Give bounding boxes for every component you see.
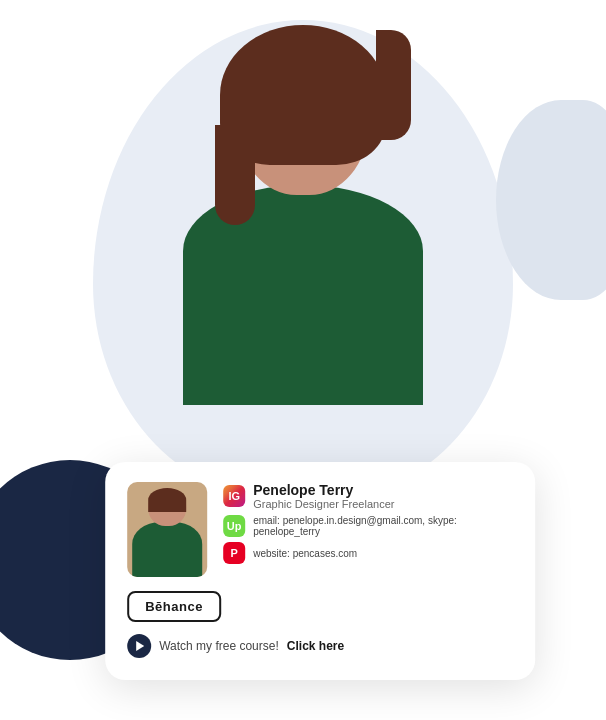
website-row: P website: pencases.com	[223, 542, 513, 564]
name-block: Penelope Terry Graphic Designer Freelanc…	[253, 482, 394, 510]
course-row: Watch my free course! Click here	[127, 634, 513, 658]
person-head	[238, 40, 368, 195]
mini-person	[127, 482, 207, 577]
name-row: IG Penelope Terry Graphic Designer Freel…	[223, 482, 513, 510]
person-hair	[220, 25, 386, 165]
mini-body	[132, 522, 202, 577]
profile-card: IG Penelope Terry Graphic Designer Freel…	[105, 462, 535, 680]
instagram-icon: IG	[223, 485, 245, 507]
mini-head-container	[148, 488, 186, 526]
course-link[interactable]: Click here	[287, 639, 344, 653]
mini-hair	[148, 488, 186, 512]
upwork-icon: Up	[223, 515, 245, 537]
contact-row: Up email: penelope.in.design@gmail.com, …	[223, 515, 513, 537]
person-figure	[143, 20, 463, 520]
card-avatar	[127, 482, 207, 577]
scene: IG Penelope Terry Graphic Designer Freel…	[0, 0, 606, 720]
course-text: Watch my free course!	[159, 639, 279, 653]
card-top: IG Penelope Terry Graphic Designer Freel…	[127, 482, 513, 577]
behance-button[interactable]: Bēhance	[127, 591, 221, 622]
pinterest-icon: P	[223, 542, 245, 564]
person-role: Graphic Designer Freelancer	[253, 498, 394, 510]
play-triangle	[136, 641, 144, 651]
person-container	[113, 0, 493, 520]
play-icon[interactable]	[127, 634, 151, 658]
website-text: website: pencases.com	[253, 548, 357, 559]
card-info: IG Penelope Terry Graphic Designer Freel…	[223, 482, 513, 569]
person-name: Penelope Terry	[253, 482, 394, 498]
contact-text: email: penelope.in.design@gmail.com, sky…	[253, 515, 513, 537]
mini-head	[148, 488, 186, 526]
person-hair-right	[376, 30, 411, 140]
